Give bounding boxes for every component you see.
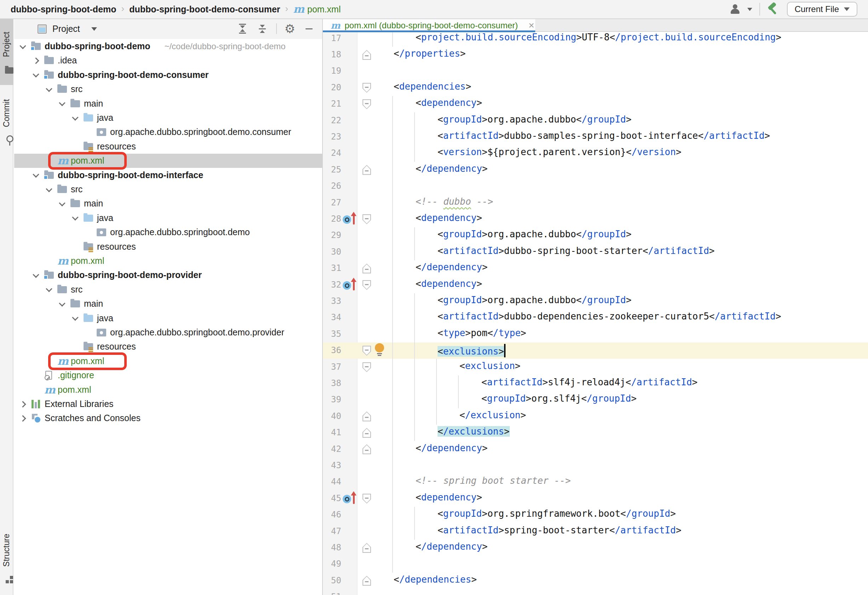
tree-item-pom-xml[interactable]: mpom.xml xyxy=(14,154,322,168)
code-line-17[interactable]: <project.build.sourceEncoding>UTF-8</pro… xyxy=(416,32,781,43)
code-line-34[interactable]: <artifactId>dubbo-dependencies-zookeeper… xyxy=(437,311,781,321)
code-line-37[interactable]: <exclusion> xyxy=(459,361,520,371)
fold-marker[interactable] xyxy=(363,165,371,175)
tree-item-scratches-and-consoles[interactable]: Scratches and Consoles xyxy=(14,411,322,425)
chevron-down-icon[interactable] xyxy=(32,271,39,278)
code-line-41[interactable]: </exclusions> xyxy=(437,426,510,437)
tree-item-java[interactable]: java xyxy=(14,311,322,326)
tree-item-main[interactable]: main xyxy=(14,97,322,111)
fold-marker[interactable] xyxy=(363,83,371,93)
tree-item-src[interactable]: src xyxy=(14,82,322,96)
tree-item-pom-xml[interactable]: mpom.xml xyxy=(14,254,322,268)
chevron-down-icon[interactable] xyxy=(46,85,52,92)
tree-item-resources[interactable]: resources xyxy=(14,139,322,154)
code-line-36[interactable]: <exclusions> xyxy=(437,344,505,357)
close-tab-icon[interactable]: × xyxy=(528,21,534,30)
code-line-25[interactable]: </dependency> xyxy=(416,163,488,174)
chevron-right-icon[interactable] xyxy=(19,415,26,422)
fold-marker[interactable] xyxy=(363,99,371,109)
maven-dependency-gutter-icon[interactable] xyxy=(342,213,359,225)
chevron-down-icon[interactable] xyxy=(72,114,78,120)
project-panel-title[interactable]: Project xyxy=(37,24,97,34)
chevron-right-icon[interactable] xyxy=(19,401,26,407)
tree-item-resources[interactable]: resources xyxy=(14,340,322,354)
tree-item--gitignore[interactable]: .gitignore xyxy=(14,369,322,382)
tree-item-org-apache-dubbo-springboot-demo-provider[interactable]: org.apache.dubbo.springboot.demo.provide… xyxy=(14,326,322,340)
fold-marker[interactable] xyxy=(363,444,371,454)
tree-item-pom-xml[interactable]: mpom.xml xyxy=(14,354,322,369)
fold-marker[interactable] xyxy=(363,362,371,372)
tree-item-dubbo-spring-boot-demo-consumer[interactable]: dubbo-spring-boot-demo-consumer xyxy=(14,68,322,82)
fold-marker[interactable] xyxy=(363,428,371,438)
code-editor[interactable]: 17<project.build.sourceEncoding>UTF-8</p… xyxy=(323,32,868,595)
tree-item-main[interactable]: main xyxy=(14,297,322,311)
fold-marker[interactable] xyxy=(363,346,371,355)
tree-item--idea[interactable]: .idea xyxy=(14,53,322,68)
code-line-30[interactable]: <artifactId>dubbo-spring-boot-starter</a… xyxy=(437,246,715,256)
code-line-45[interactable]: <dependency> xyxy=(416,492,482,503)
build-hammer-icon[interactable] xyxy=(767,3,780,16)
tree-item-dubbo-spring-boot-demo-provider[interactable]: dubbo-spring-boot-demo-provider xyxy=(14,268,322,282)
code-line-48[interactable]: </dependency> xyxy=(416,541,488,552)
chevron-down-icon[interactable] xyxy=(59,300,65,306)
intention-bulb-icon[interactable] xyxy=(375,343,384,357)
breadcrumb-item-module[interactable]: dubbo-spring-boot-demo-consumer xyxy=(129,4,280,15)
expand-all-button[interactable] xyxy=(236,23,248,35)
fold-marker[interactable] xyxy=(363,263,371,274)
code-line-47[interactable]: <artifactId>spring-boot-starter</artifac… xyxy=(437,525,682,536)
fold-marker[interactable] xyxy=(363,50,371,60)
tree-item-org-apache-dubbo-springboot-demo-consumer[interactable]: org.apache.dubbo.springboot.demo.consume… xyxy=(14,125,322,139)
collapse-all-button[interactable] xyxy=(256,23,268,35)
code-line-20[interactable]: <dependencies> xyxy=(394,81,471,92)
chevron-down-icon[interactable] xyxy=(32,71,39,78)
code-line-29[interactable]: <groupId>org.apache.dubbo</groupId> xyxy=(437,229,632,240)
fold-marker[interactable] xyxy=(363,543,371,553)
tree-item-dubbo-spring-boot-demo[interactable]: dubbo-spring-boot-demo~/code/dubbo-sprin… xyxy=(14,39,322,53)
chevron-down-icon[interactable] xyxy=(19,43,26,49)
gear-icon[interactable]: ⚙ xyxy=(285,23,295,35)
chevron-down-icon[interactable] xyxy=(72,314,78,321)
code-line-39[interactable]: <groupId>org.slf4j</groupId> xyxy=(481,393,636,404)
code-line-42[interactable]: </dependency> xyxy=(416,443,488,453)
stripe-tab-project[interactable]: Project xyxy=(0,19,13,85)
stripe-tab-commit[interactable]: Commit xyxy=(0,89,13,152)
code-line-23[interactable]: <artifactId>dubbo-samples-spring-boot-in… xyxy=(437,130,770,141)
code-line-33[interactable]: <groupId>org.apache.dubbo</groupId> xyxy=(437,295,632,305)
fold-marker[interactable] xyxy=(363,494,371,504)
tree-item-pom-xml[interactable]: mpom.xml xyxy=(14,383,322,397)
chevron-down-icon[interactable] xyxy=(59,99,65,106)
user-profile-icon[interactable] xyxy=(729,4,740,14)
fold-marker[interactable] xyxy=(363,214,371,224)
code-line-35[interactable]: <type>pom</type> xyxy=(437,328,526,338)
code-line-32[interactable]: <dependency> xyxy=(416,278,482,289)
tree-item-external-libraries[interactable]: External Libraries xyxy=(14,397,322,411)
code-line-38[interactable]: <artifactId>slf4j-reload4j</artifactId> xyxy=(481,377,698,388)
maven-dependency-gutter-icon[interactable] xyxy=(342,493,359,505)
fold-marker[interactable] xyxy=(363,576,371,586)
code-line-40[interactable]: </exclusion> xyxy=(459,410,526,420)
code-line-31[interactable]: </dependency> xyxy=(416,262,488,272)
chevron-down-icon[interactable] xyxy=(46,186,52,192)
tree-item-resources[interactable]: resources xyxy=(14,240,322,254)
fold-marker[interactable] xyxy=(363,411,371,422)
code-line-50[interactable]: </dependencies> xyxy=(394,574,477,585)
chevron-right-icon[interactable] xyxy=(32,58,39,64)
stripe-tab-structure[interactable]: Structure xyxy=(0,528,13,595)
tree-item-src[interactable]: src xyxy=(14,182,322,197)
code-line-24[interactable]: <version>${project.parent.version}</vers… xyxy=(437,147,682,157)
tree-item-java[interactable]: java xyxy=(14,111,322,125)
hide-panel-button[interactable] xyxy=(303,23,315,35)
chevron-down-icon[interactable] xyxy=(72,214,78,221)
tree-item-org-apache-dubbo-springboot-demo[interactable]: org.apache.dubbo.springboot.demo xyxy=(14,225,322,240)
chevron-down-icon[interactable] xyxy=(46,286,52,292)
breadcrumb-item-project[interactable]: dubbo-spring-boot-demo xyxy=(10,4,117,15)
chevron-down-icon[interactable] xyxy=(59,200,65,206)
code-line-46[interactable]: <groupId>org.springframework.boot</group… xyxy=(437,508,676,519)
code-line-28[interactable]: <dependency> xyxy=(416,213,482,223)
chevron-down-icon[interactable] xyxy=(32,171,39,178)
code-line-27[interactable]: <!-- dubbo --> xyxy=(416,196,493,207)
maven-dependency-gutter-icon[interactable] xyxy=(342,279,359,291)
tree-item-java[interactable]: java xyxy=(14,211,322,225)
breadcrumb-item-file[interactable]: m pom.xml xyxy=(293,4,341,15)
run-configuration-dropdown[interactable]: Current File xyxy=(787,2,858,17)
